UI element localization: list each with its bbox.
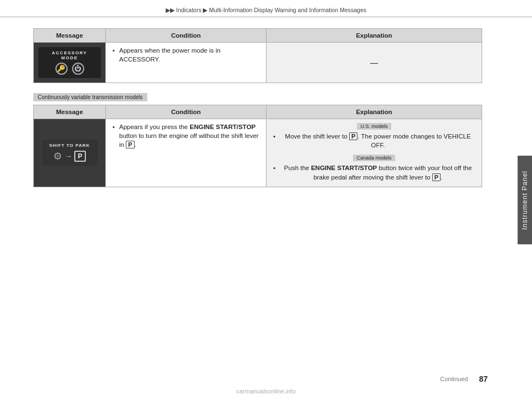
breadcrumb-text: ▶▶ Indicators ▶ Multi-Information Displa… [166,7,366,13]
footer: Continued 87 [440,375,488,383]
watermark: carmanualsonline.info [236,388,295,394]
canada-models-label: Canada models [353,155,395,161]
main-content: Message Condition Explanation ACCESSORY … [0,17,515,204]
us-models-item: Move the shift lever to P. The power mod… [272,132,476,150]
power-icon: ⏻ [72,63,84,75]
condition-item-1: Appears when the power mode is in ACCESS… [111,46,260,64]
footer-continued: Continued [440,376,468,382]
p-inline-3: P [432,173,441,181]
us-models-section: U.S. models Move the shift lever to P. T… [272,122,476,150]
p-box-icon: P [74,151,85,162]
condition-cell-1: Appears when the power mode is in ACCESS… [106,43,267,83]
canada-models-list: Push the ENGINE START/STOP button twice … [272,163,476,181]
message-cell-2: SHIFT TO PARK ⚙ → P [34,119,106,187]
shift-to-park-icons: ⚙ → P [47,150,93,162]
explanation-cell-1: — [267,43,482,83]
footer-page: 87 [479,375,488,383]
section-label: Continuously variable transmission model… [33,89,482,105]
p-inline-1: P [126,141,134,148]
accessory-mode-icons: 🔑 ⏻ [43,63,96,75]
table2-header-explanation: Explanation [267,105,482,119]
canada-models-item: Push the ENGINE START/STOP button twice … [272,163,476,181]
condition-cell-2: Appears if you press the ENGINE START/ST… [106,119,267,187]
condition-bold-text: ENGINE START/STOP [190,124,255,130]
table1-header-message: Message [34,29,106,43]
sidebar-tab-label: Instrument Panel [521,171,529,230]
condition-item-2: Appears if you press the ENGINE START/ST… [111,122,260,150]
gear-icon: ⚙ [53,150,62,162]
arrow-right-icon: → [64,152,72,161]
table2-header-message: Message [34,105,106,119]
shift-to-park-image: SHIFT TO PARK ⚙ → P [42,140,98,166]
condition-list-1: Appears when the power mode is in ACCESS… [111,46,260,64]
canada-models-section: Canada models Push the ENGINE START/STOP… [272,154,476,181]
p-inline-2: P [349,132,357,140]
section-label-text: Continuously variable transmission model… [33,93,147,101]
us-models-label: U.S. models [357,123,391,130]
table1-header-explanation: Explanation [267,29,482,43]
header-breadcrumb: ▶▶ Indicators ▶ Multi-Information Displa… [0,0,532,17]
canada-bold-text: ENGINE START/STOP [311,165,377,171]
explanation-cell-2: U.S. models Move the shift lever to P. T… [267,119,482,187]
accessory-mode-label: ACCESSORY MODE [43,50,96,60]
table-row: ACCESSORY MODE 🔑 ⏻ Appears when the powe… [34,43,482,83]
table-row-2: SHIFT TO PARK ⚙ → P Appears if you press… [34,119,482,187]
accessory-mode-image: ACCESSORY MODE 🔑 ⏻ [38,47,101,78]
sidebar-tab: Instrument Panel [518,156,532,244]
page-container: ▶▶ Indicators ▶ Multi-Information Displa… [0,0,532,400]
table-1: Message Condition Explanation ACCESSORY … [33,28,482,83]
condition-list-2: Appears if you press the ENGINE START/ST… [111,122,260,150]
table-2: Message Condition Explanation SHIFT TO P… [33,105,482,187]
message-cell-1: ACCESSORY MODE 🔑 ⏻ [34,43,106,83]
us-models-list: Move the shift lever to P. The power mod… [272,132,476,150]
table1-header-condition: Condition [106,29,267,43]
shift-to-park-label: SHIFT TO PARK [47,143,93,148]
key-icon: 🔑 [55,63,68,75]
table2-header-condition: Condition [106,105,267,119]
